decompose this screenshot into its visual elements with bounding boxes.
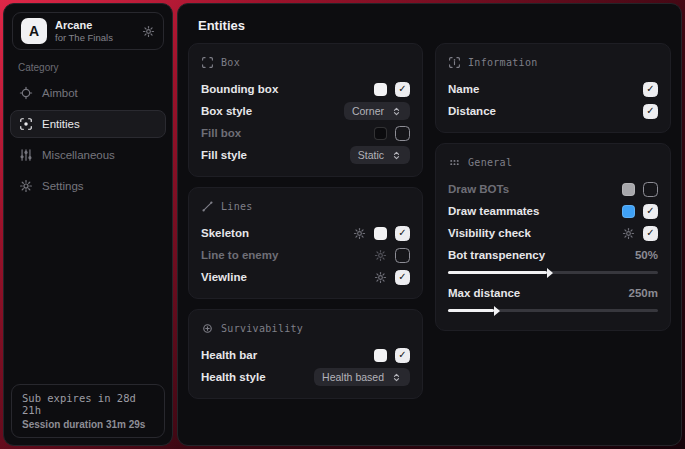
slider-value: 250m (629, 287, 658, 299)
checkbox[interactable] (395, 248, 410, 263)
checkbox[interactable] (395, 270, 410, 285)
chevrons-up-down-icon (391, 372, 402, 383)
chevrons-up-down-icon (391, 150, 402, 161)
setting-row-visibility-check: Visibility check (448, 222, 658, 244)
fill-style-dropdown[interactable]: Static (350, 146, 410, 164)
setting-row-fill-box: Fill box (201, 122, 410, 144)
gear-icon (19, 179, 33, 193)
app-subtitle: for The Finals (55, 32, 113, 43)
gear-icon[interactable] (374, 249, 387, 262)
session-duration-text: Session duration 31m 29s (22, 419, 154, 430)
setting-label: Fill style (201, 149, 247, 161)
sidebar-item-label: Aimbot (42, 87, 78, 99)
setting-row-box-style: Box style Corner (201, 100, 410, 122)
setting-label: Health bar (201, 349, 257, 361)
color-swatch[interactable] (622, 183, 635, 196)
setting-label: Bot transpenency (448, 249, 545, 261)
setting-label: Distance (448, 105, 496, 117)
scan-info-icon (448, 56, 461, 69)
setting-label: Bounding box (201, 83, 278, 95)
dropdown-value: Health based (322, 371, 384, 383)
setting-row-bounding-box: Bounding box (201, 78, 410, 100)
dropdown-value: Static (358, 149, 384, 161)
checkbox[interactable] (643, 104, 658, 119)
checkbox[interactable] (395, 226, 410, 241)
grid-dots-icon (448, 156, 461, 169)
setting-label: Health style (201, 371, 266, 383)
checkbox[interactable] (395, 348, 410, 363)
sliders-icon (19, 148, 33, 162)
information-card: Information Name Distance (435, 43, 671, 133)
sidebar-item-label: Settings (42, 180, 84, 192)
setting-row-fill-style: Fill style Static (201, 144, 410, 166)
setting-row-viewline: Viewline (201, 266, 410, 288)
setting-label: Skeleton (201, 227, 249, 239)
checkbox[interactable] (643, 182, 658, 197)
subscription-card: Sub expires in 28d 21h Session duration … (11, 384, 165, 438)
checkbox[interactable] (643, 82, 658, 97)
app-logo: A (21, 18, 47, 44)
max-distance-slider[interactable] (448, 309, 658, 312)
chevrons-up-down-icon (391, 106, 402, 117)
setting-label: Draw teammates (448, 205, 539, 217)
sidebar-item-label: Miscellaneous (42, 149, 115, 161)
gear-icon[interactable] (374, 271, 387, 284)
checkbox[interactable] (395, 126, 410, 141)
setting-row-distance: Distance (448, 100, 658, 122)
setting-row-max-distance: Max distance 250m (448, 282, 658, 304)
slider-fill (448, 271, 547, 274)
color-swatch[interactable] (374, 349, 387, 362)
checkbox[interactable] (643, 226, 658, 241)
bot-transparency-slider[interactable] (448, 271, 658, 274)
general-card: General Draw BOTs Draw teammates Visibil… (435, 143, 671, 331)
card-title: Information (468, 57, 538, 68)
sidebar-item-miscellaneous[interactable]: Miscellaneous (10, 141, 166, 169)
setting-row-name: Name (448, 78, 658, 100)
setting-row-draw-teammates: Draw teammates (448, 200, 658, 222)
brackets-icon (201, 56, 214, 69)
brand-card: A Arcane for The Finals (12, 12, 164, 50)
setting-label: Max distance (448, 287, 520, 299)
sidebar-item-settings[interactable]: Settings (10, 172, 166, 200)
setting-label: Viewline (201, 271, 247, 283)
crosshair-icon (19, 86, 33, 100)
circle-plus-icon (201, 322, 214, 335)
card-title: General (468, 157, 512, 168)
card-title: Lines (221, 201, 253, 212)
checkbox[interactable] (395, 82, 410, 97)
setting-label: Box style (201, 105, 252, 117)
color-swatch[interactable] (374, 127, 387, 140)
gear-icon[interactable] (622, 227, 635, 240)
color-swatch[interactable] (374, 227, 387, 240)
setting-label: Name (448, 83, 479, 95)
line-icon (201, 200, 214, 213)
box-style-dropdown[interactable]: Corner (344, 102, 410, 120)
lines-card: Lines Skeleton Line to enemy Viewline (188, 187, 423, 299)
color-swatch[interactable] (622, 205, 635, 218)
slider-value: 50% (635, 249, 658, 261)
checkbox[interactable] (643, 204, 658, 219)
sidebar: A Arcane for The Finals Category Aimbot … (3, 3, 173, 446)
gear-icon[interactable] (142, 25, 155, 38)
app-name: Arcane (55, 19, 113, 31)
slider-fill (448, 309, 494, 312)
sidebar-item-entities[interactable]: Entities (10, 110, 166, 138)
color-swatch[interactable] (374, 83, 387, 96)
setting-label: Visibility check (448, 227, 531, 239)
setting-row-skeleton: Skeleton (201, 222, 410, 244)
box-card: Box Bounding box Box style Corner Fill b… (188, 43, 423, 177)
card-title: Survivability (221, 323, 303, 334)
scan-eye-icon (19, 117, 33, 131)
card-title: Box (221, 57, 240, 68)
main-panel: Entities Box Bounding box Box style Corn (177, 3, 682, 446)
health-style-dropdown[interactable]: Health based (314, 368, 410, 386)
page-title: Entities (178, 4, 681, 33)
sidebar-nav: Aimbot Entities Miscellaneous Settings (4, 79, 172, 200)
setting-row-bot-transparency: Bot transpenency 50% (448, 244, 658, 266)
setting-row-draw-bots: Draw BOTs (448, 178, 658, 200)
setting-label: Draw BOTs (448, 183, 509, 195)
setting-label: Fill box (201, 127, 241, 139)
gear-icon[interactable] (353, 227, 366, 240)
sidebar-item-aimbot[interactable]: Aimbot (10, 79, 166, 107)
survivability-card: Survivability Health bar Health style He… (188, 309, 423, 399)
